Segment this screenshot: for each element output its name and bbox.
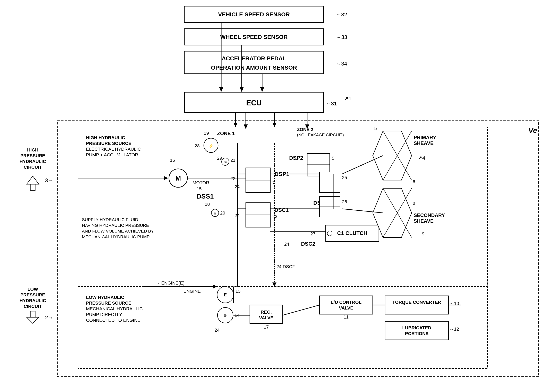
ref-24a: 24: [235, 184, 240, 189]
ref-24d: 24: [215, 327, 219, 333]
ref-dsc2-24: 24 DSC2: [277, 264, 295, 269]
svg-rect-49: [30, 184, 35, 190]
high-pressure-source-3: ELECTRICAL HYDRAULIC: [86, 146, 141, 152]
ref-5: 5: [332, 156, 334, 161]
zone2-label-1: ZONE 2: [297, 127, 313, 132]
ref-29: 29: [217, 156, 222, 161]
svg-rect-46: [385, 321, 448, 340]
ref-12: ～12: [450, 327, 459, 332]
ref-11: 11: [344, 314, 349, 319]
svg-rect-22: [307, 153, 330, 165]
high-pressure-source-1: HIGH HYDRAULIC: [86, 135, 125, 140]
svg-rect-28: [320, 196, 340, 207]
secondary-sheave-label-1: SECONDARY: [414, 212, 445, 218]
engine-arrow-label: → ENGINE(E): [155, 280, 184, 286]
svg-rect-20: [246, 168, 270, 180]
ref-5b: 5: [374, 126, 377, 131]
ref-19: 19: [204, 131, 209, 136]
ref-6: 6: [413, 179, 415, 184]
low-circuit-label-1: LOW: [28, 287, 38, 292]
ref-21: 21: [230, 158, 235, 163]
accel-label-2: OPERATION AMOUNT SENSOR: [211, 65, 297, 71]
high-circuit-label-1: HIGH: [27, 147, 38, 152]
engine-label: ENGINE: [183, 289, 201, 294]
pump-symbol: ⚙: [224, 314, 227, 318]
lu-control-label-2: VALVE: [339, 305, 353, 311]
high-circuit-label-3: HYDRAULIC: [19, 159, 46, 164]
ref-9: 9: [422, 231, 424, 236]
svg-rect-26: [246, 203, 270, 215]
high-pressure-source-2: PRESSURE SOURCE: [86, 141, 131, 146]
svg-rect-21: [246, 180, 270, 192]
high-circuit-label-4: CIRCUIT: [23, 165, 42, 170]
dsc2-label: DSC2: [301, 241, 315, 247]
reg-valve-label-2: VALVE: [259, 315, 273, 320]
svg-rect-45: [385, 296, 448, 314]
ref-4: ↗4: [418, 155, 425, 161]
low-circuit-label-3: HYDRAULIC: [19, 298, 46, 303]
svg-rect-51: [30, 311, 35, 317]
diagram-container: VEHICLE SPEED SENSOR ～32 WHEEL SPEED SEN…: [0, 0, 555, 392]
lubricated-label-1: LUBRICATED: [402, 325, 431, 330]
low-pressure-source-1: LOW HYDRAULIC: [86, 295, 124, 300]
ref-24c: 24: [284, 241, 289, 247]
zone1-label: ZONE 1: [217, 131, 235, 136]
vehicle-speed-label: VEHICLE SPEED SENSOR: [218, 11, 290, 18]
motor-symbol: M: [175, 174, 181, 182]
ref-8: 8: [413, 201, 415, 206]
ref-1: ↗1: [344, 95, 351, 102]
low-circuit-label-2: PRESSURE: [20, 292, 45, 298]
circle-20: ◎: [214, 211, 217, 215]
svg-rect-27: [246, 215, 270, 227]
high-circuit-label-2: PRESSURE: [20, 153, 45, 158]
ref-2: 2→: [45, 314, 53, 320]
ref-15: 15: [197, 186, 202, 191]
ref-16: 16: [170, 158, 175, 163]
supply-text-2: HAVING HYDRAULIC PRESSURE: [82, 223, 149, 228]
secondary-sheave-label-2: SHEAVE: [414, 218, 434, 224]
high-pressure-source-4: PUMP + ACCUMULATOR: [86, 152, 138, 157]
ref-25: 25: [342, 175, 347, 180]
reg-valve-label-1: REG.: [261, 310, 272, 315]
low-circuit-label-4: CIRCUIT: [23, 304, 42, 309]
ref-22: 22: [230, 176, 235, 181]
low-pressure-source-5: CONNECTED TO ENGINE: [86, 318, 140, 323]
lubricated-label-2: PORTIONS: [405, 331, 429, 336]
svg-rect-29: [320, 207, 340, 217]
ref-32: ～32: [336, 11, 347, 18]
ref-3: 3→: [45, 177, 53, 183]
accel-label-1: ACCELERATOR PEDAL: [222, 55, 286, 62]
ref-13: 13: [235, 289, 241, 294]
wheel-speed-label: WHEEL SPEED SENSOR: [220, 34, 288, 40]
dss1-label: DSS1: [197, 193, 214, 200]
low-pressure-source-3: MECHANICAL HYDRAULIC: [86, 306, 143, 311]
ref-24b: 24: [235, 213, 240, 218]
circle-21: ◎: [224, 160, 227, 164]
ref-30: 30: [293, 156, 298, 161]
ref-17: 17: [264, 324, 269, 330]
low-pressure-source-4: PUMP DIRECTLY: [86, 312, 122, 317]
supply-text-3: AND FLOW VOLUME ACHIEVED BY: [82, 229, 154, 233]
svg-point-31: [327, 231, 332, 236]
primary-sheave-label-2: SHEAVE: [414, 140, 434, 146]
accum-symbol: ⚡: [208, 144, 214, 148]
torque-converter-label-1: TORQUE CONVERTER: [392, 300, 441, 305]
ref-34: ～34: [336, 61, 347, 67]
svg-rect-25: [320, 182, 340, 192]
ref-20: 20: [220, 211, 225, 216]
ref-23: 23: [272, 214, 277, 219]
engine-symbol: E: [224, 292, 227, 298]
supply-text-4: MECHANICAL HYDRAULIC PUMP: [82, 234, 150, 239]
ecu-label: ECU: [246, 99, 262, 107]
ref-31: ～31: [326, 101, 337, 107]
supply-text-1: SUPPLY HYDRAULIC FLUID: [82, 217, 138, 222]
primary-sheave-label-1: PRIMARY: [414, 135, 436, 140]
ref-33: ～33: [336, 34, 347, 40]
dsc1-label: DSC1: [274, 207, 289, 213]
svg-rect-24: [320, 172, 340, 182]
svg-rect-44: [320, 296, 373, 314]
zone2-label-2: (NO LEAKAGE CIRCUIT): [297, 133, 344, 137]
lu-control-label-1: L/U CONTROL: [331, 300, 361, 305]
ref-26: 26: [342, 199, 347, 204]
c1-clutch-label: C1 CLUTCH: [337, 230, 367, 236]
